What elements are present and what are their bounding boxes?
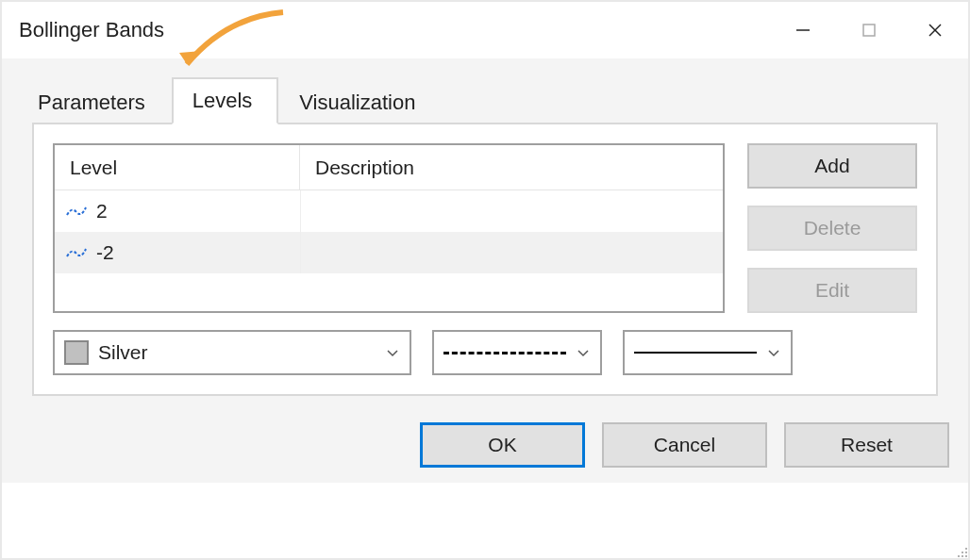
- tab-levels[interactable]: Levels: [172, 77, 279, 124]
- svg-point-7: [965, 552, 967, 553]
- resize-grip-icon[interactable]: [955, 545, 968, 558]
- ok-button[interactable]: OK: [420, 422, 585, 468]
- dialog-buttons: OK Cancel Reset: [2, 409, 968, 483]
- tab-panel: Level Description 2: [32, 123, 938, 396]
- svg-point-9: [962, 555, 963, 557]
- svg-point-8: [958, 555, 960, 557]
- line-width-preview: [634, 352, 757, 354]
- close-button[interactable]: [902, 2, 968, 58]
- color-select[interactable]: Silver: [53, 330, 411, 375]
- chevron-down-icon: [766, 345, 781, 360]
- table-header: Level Description: [55, 145, 723, 190]
- svg-point-10: [965, 555, 967, 557]
- add-button[interactable]: Add: [747, 143, 917, 189]
- level-line-icon: [66, 204, 87, 219]
- svg-rect-1: [863, 25, 875, 36]
- cell-level: 2: [55, 190, 300, 232]
- maximize-button[interactable]: [836, 2, 902, 58]
- svg-point-6: [962, 552, 963, 553]
- tab-bar: Parameters Levels Visualization: [17, 75, 953, 123]
- color-name: Silver: [98, 341, 376, 364]
- level-value: -2: [96, 241, 114, 264]
- cell-description: [300, 190, 723, 232]
- titlebar: Bollinger Bands: [2, 2, 968, 58]
- style-selectors: Silver: [53, 330, 917, 375]
- reset-button[interactable]: Reset: [784, 422, 949, 468]
- table-row[interactable]: 2: [55, 190, 723, 232]
- line-style-select[interactable]: [432, 330, 602, 375]
- window-title: Bollinger Bands: [19, 18, 770, 42]
- svg-point-5: [965, 548, 967, 550]
- line-width-select[interactable]: [623, 330, 793, 375]
- line-style-preview: [443, 352, 566, 354]
- tab-visualization[interactable]: Visualization: [278, 79, 442, 124]
- chevron-down-icon: [576, 345, 591, 360]
- color-swatch-icon: [64, 340, 89, 365]
- level-line-icon: [66, 245, 87, 260]
- cell-description: [300, 232, 723, 273]
- table-body: 2 -2: [55, 190, 723, 311]
- edit-button[interactable]: Edit: [747, 268, 917, 313]
- panel-top: Level Description 2: [53, 143, 917, 313]
- column-header-level[interactable]: Level: [55, 145, 300, 189]
- table-row[interactable]: -2: [55, 232, 723, 273]
- levels-table: Level Description 2: [53, 143, 725, 313]
- column-header-description[interactable]: Description: [300, 145, 723, 189]
- cancel-button[interactable]: Cancel: [602, 422, 767, 468]
- tabs-region: Parameters Levels Visualization Level De…: [2, 58, 968, 409]
- minimize-button[interactable]: [770, 2, 836, 58]
- chevron-down-icon: [385, 345, 400, 360]
- window-controls: [770, 2, 968, 58]
- tab-parameters[interactable]: Parameters: [17, 79, 172, 124]
- cell-level: -2: [55, 232, 300, 273]
- side-buttons: Add Delete Edit: [747, 143, 917, 313]
- dialog-window: Bollinger Bands Parameters Levels Visual…: [0, 0, 970, 560]
- level-value: 2: [96, 200, 108, 222]
- delete-button[interactable]: Delete: [747, 206, 917, 251]
